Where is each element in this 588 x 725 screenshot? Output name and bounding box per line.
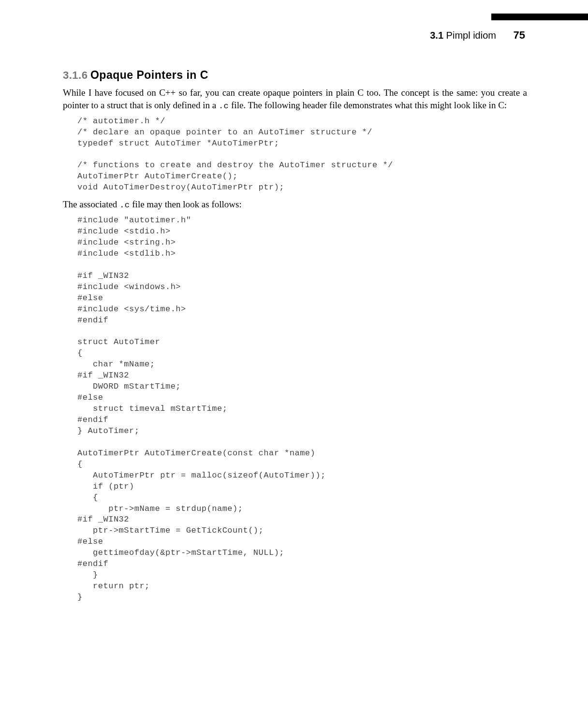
para2-text-a: The associated bbox=[63, 199, 119, 209]
corner-decoration bbox=[491, 14, 588, 20]
content-area: 3.1.6 Opaque Pointers in C While I have … bbox=[63, 68, 527, 608]
inline-code-c-ext-2: .c bbox=[119, 201, 130, 210]
page-number: 75 bbox=[499, 29, 525, 41]
heading-title: Opaque Pointers in C bbox=[90, 69, 208, 81]
para1-text-b: file. The following header file demonstr… bbox=[229, 100, 507, 110]
section-heading: 3.1.6 Opaque Pointers in C bbox=[63, 68, 527, 83]
page: 3.1 Pimpl idiom 75 3.1.6 Opaque Pointers… bbox=[0, 0, 588, 725]
heading-number: 3.1.6 bbox=[63, 69, 88, 81]
paragraph-1: While I have focused on C++ so far, you … bbox=[63, 87, 527, 112]
paragraph-2: The associated .c file may then look as … bbox=[63, 198, 527, 211]
code-block-header: /* autotimer.h */ /* declare an opaque p… bbox=[77, 116, 527, 194]
para2-text-b: file may then look as follows: bbox=[130, 199, 242, 209]
header-section-number: 3.1 bbox=[430, 30, 443, 41]
inline-code-c-ext: .c bbox=[219, 102, 229, 111]
running-header: 3.1 Pimpl idiom 75 bbox=[430, 29, 525, 42]
code-block-source: #include "autotimer.h" #include <stdio.h… bbox=[77, 215, 527, 603]
header-section-title: Pimpl idiom bbox=[446, 30, 496, 41]
